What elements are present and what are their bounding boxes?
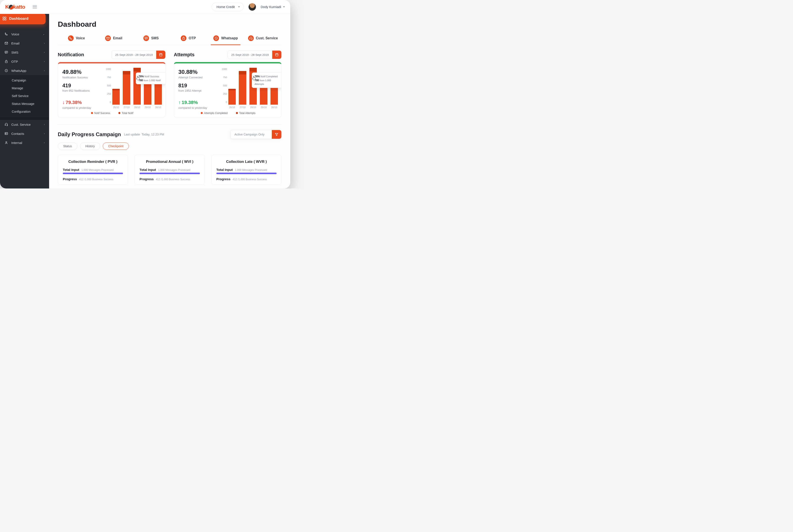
sidebar-item-whatsapp[interactable]: WhatsApp› <box>0 66 49 75</box>
progress-sub: 412 /1.000 Business Success <box>156 178 190 181</box>
user-menu[interactable]: Dody Kurniadi <box>261 5 285 9</box>
cursor-hand-icon <box>252 76 256 80</box>
total-input-sub: 1.000 Messages Processed <box>158 169 190 172</box>
pill-history[interactable]: History <box>80 142 100 150</box>
progress-label: Progress <box>216 177 230 181</box>
progress-label: Progress <box>140 177 153 181</box>
cust. service-icon <box>248 35 254 41</box>
notification-date-picker[interactable]: 25 Sept 2019 - 28 Sept 2019 <box>111 50 166 59</box>
chevron-right-icon: › <box>44 123 45 126</box>
avatar[interactable] <box>248 3 256 11</box>
sidebar-item-label: OTP <box>11 60 18 63</box>
svg-rect-18 <box>252 38 252 39</box>
chevron-right-icon: › <box>44 141 45 144</box>
bar-27/10[interactable] <box>123 71 130 104</box>
chevron-right-icon: › <box>44 60 45 63</box>
total-input-label: Total Input <box>63 168 79 172</box>
bar-26/10[interactable] <box>228 89 236 104</box>
tab-sms[interactable]: SMS <box>132 32 170 45</box>
mail-icon <box>4 41 8 45</box>
campaign-card[interactable]: Collection Late ( WVR ) Total Input1.000… <box>211 155 281 185</box>
total-input-label: Total Input <box>216 168 233 172</box>
total-input-bar <box>63 173 123 174</box>
svg-point-16 <box>215 37 218 39</box>
attempt-delta: ↑ 19.38% <box>178 100 218 105</box>
hamburger-menu[interactable] <box>33 4 37 10</box>
campaign-title: Collection Reminder ( PVR ) <box>63 159 123 164</box>
notification-chart: 10007505002500 26/1027/1028/1029/1030/10… <box>104 68 162 110</box>
whatsapp-icon <box>213 35 219 41</box>
sidebar-item-email[interactable]: Email› <box>0 39 49 48</box>
pill-status[interactable]: Status <box>58 142 77 150</box>
tab-whatsapp[interactable]: Whatsapp <box>207 32 244 45</box>
svg-rect-5 <box>5 51 8 53</box>
svg-point-12 <box>6 141 7 143</box>
sidebar-subitem-configuration[interactable]: Configuration <box>0 108 49 115</box>
svg-rect-0 <box>3 17 4 18</box>
otp-icon <box>181 35 186 41</box>
total-input-bar <box>216 173 277 174</box>
tab-voice[interactable]: Voice <box>58 32 95 45</box>
svg-rect-8 <box>5 125 6 126</box>
dpc-pills: StatusHistoryCheckpoint <box>58 142 281 150</box>
calendar-icon[interactable] <box>272 51 281 59</box>
arrow-up-icon: ↑ <box>178 100 181 105</box>
headset-icon <box>4 122 8 126</box>
svg-rect-10 <box>5 132 8 135</box>
sidebar-item-label: WhatsApp <box>11 69 26 73</box>
campaign-cards: Collection Reminder ( PVR ) Total Input1… <box>58 155 281 185</box>
chevron-right-icon: › <box>44 69 45 72</box>
card-icon <box>4 132 8 135</box>
chevron-right-icon: › <box>44 51 45 54</box>
sidebar-item-label: Contacts <box>11 132 24 135</box>
sms-icon <box>143 35 149 41</box>
sidebar-item-label: Internal <box>11 141 22 145</box>
attempts-date-range: 25 Sept 2019 - 28 Sept 2019 <box>228 51 272 59</box>
notification-title: Notification <box>58 52 84 58</box>
bar-26/10[interactable] <box>112 89 120 104</box>
progress-label: Progress <box>63 177 77 181</box>
sidebar-item-contacts[interactable]: Contacts› <box>0 129 49 138</box>
chevron-down-icon: ⌄ <box>42 33 45 36</box>
topbar: Kkatto Home Credit Dody Kurniadi <box>0 0 290 14</box>
campaign-filter[interactable]: Active Campaign Only <box>230 130 281 139</box>
sidebar-item-voice[interactable]: Voice⌄ <box>0 30 49 39</box>
sidebar-item-internal[interactable]: Internal› <box>0 138 49 147</box>
attempt-pct: 30.88% <box>178 69 218 75</box>
calendar-icon[interactable] <box>156 51 165 59</box>
sidebar-subitem-status-message[interactable]: Status Message <box>0 100 49 108</box>
tab-otp[interactable]: OTP <box>170 32 207 45</box>
svg-rect-15 <box>183 38 185 39</box>
bar-29/10[interactable] <box>144 81 151 104</box>
notif-count: 419 <box>62 82 102 89</box>
sidebar-subitem-self-service[interactable]: Self Service <box>0 92 49 100</box>
svg-rect-1 <box>5 17 6 18</box>
pill-checkpoint[interactable]: Checkpoint <box>103 142 129 150</box>
user-icon <box>4 141 8 145</box>
arrow-down-icon: ↓ <box>62 100 65 105</box>
tab-label: SMS <box>151 36 159 40</box>
chat-icon <box>4 50 8 54</box>
sidebar-item-cust-service[interactable]: Cust. Service› <box>0 120 49 129</box>
attempt-legend: Attempts Completed Total Attempts <box>178 112 278 115</box>
tab-email[interactable]: Email <box>95 32 132 45</box>
tab-label: Whatsapp <box>221 36 238 40</box>
campaign-card[interactable]: Promotional Annual ( WVI ) Total Input1.… <box>134 155 205 185</box>
credit-selector[interactable]: Home Credit <box>211 3 244 11</box>
sidebar-item-otp[interactable]: OTP› <box>0 57 49 66</box>
sidebar-subitem-manage[interactable]: Manage <box>0 84 49 92</box>
campaign-card[interactable]: Collection Reminder ( PVR ) Total Input1… <box>58 155 128 185</box>
dpc-updated: Last update Today, 12.23 PM <box>124 133 164 136</box>
campaign-title: Collection Late ( WVR ) <box>216 159 277 164</box>
tab-cust-service[interactable]: Cust. Service <box>244 32 281 45</box>
sidebar-subitem-campaign[interactable]: Campaign <box>0 76 49 84</box>
svg-rect-14 <box>145 37 148 39</box>
bar-27/10[interactable] <box>239 71 246 104</box>
channel-tabs: VoiceEmailSMSOTPWhatsappCust. Service <box>58 32 281 45</box>
total-input-sub: 1.000 Messages Processed <box>81 169 114 172</box>
sidebar-item-dashboard[interactable]: Dashboard <box>0 14 45 24</box>
campaign-title: Promotional Annual ( WVI ) <box>140 159 200 164</box>
attempts-date-picker[interactable]: 25 Sept 2019 - 28 Sept 2019 <box>227 50 281 59</box>
filter-icon[interactable] <box>272 130 281 139</box>
sidebar-item-sms[interactable]: SMS› <box>0 48 49 57</box>
